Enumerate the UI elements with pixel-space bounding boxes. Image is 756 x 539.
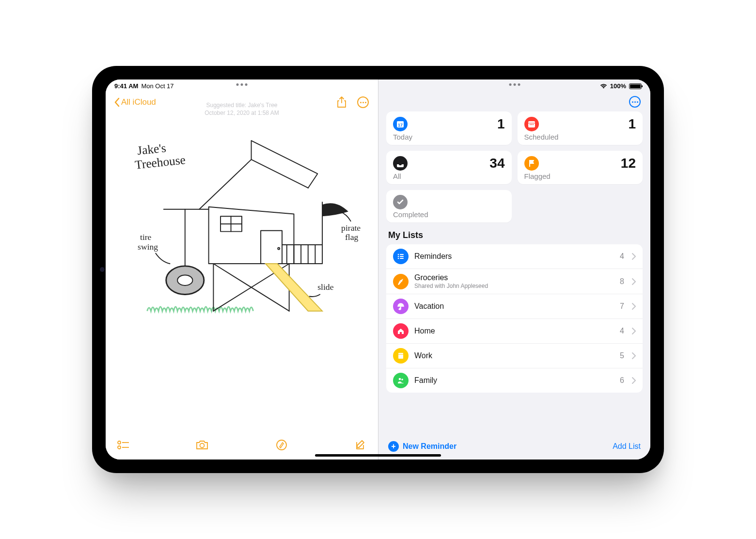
umbrella-icon	[393, 299, 409, 314]
svg-rect-30	[400, 258, 404, 259]
list-name: Work	[414, 351, 614, 360]
list-text: GroceriesShared with John Appleseed	[414, 273, 614, 289]
svg-point-13	[118, 446, 121, 449]
svg-text:17: 17	[398, 123, 403, 127]
list-name: Reminders	[414, 252, 614, 261]
new-reminder-button[interactable]: + New Reminder	[388, 441, 457, 452]
smart-flagged[interactable]: 12 Flagged	[518, 151, 643, 184]
list-text: Vacation	[414, 302, 614, 311]
chevron-right-icon	[632, 328, 636, 334]
people-icon	[393, 373, 409, 388]
plus-circle-icon: +	[388, 441, 399, 452]
smart-today[interactable]: 17 1 Today	[386, 111, 512, 145]
markup-button[interactable]	[275, 438, 288, 452]
svg-rect-26	[400, 254, 404, 255]
list-text: Family	[414, 376, 614, 385]
multitask-control-right[interactable]	[509, 83, 520, 86]
svg-point-3	[177, 275, 192, 285]
home-indicator[interactable]	[315, 454, 441, 457]
svg-text:flag: flag	[345, 232, 359, 242]
svg-point-11	[118, 441, 121, 444]
svg-text:tire: tire	[140, 232, 152, 242]
svg-point-23	[531, 124, 532, 125]
new-reminder-label: New Reminder	[403, 442, 457, 451]
list-row[interactable]: Home4	[386, 319, 643, 344]
svg-point-34	[401, 379, 403, 380]
list-count: 4	[620, 252, 624, 261]
battery-percent: 100%	[610, 82, 626, 90]
list-row[interactable]: Vacation7	[386, 294, 643, 319]
svg-point-0	[278, 248, 280, 250]
battery-icon	[629, 83, 642, 89]
compose-icon	[355, 439, 366, 451]
checkmark-icon	[393, 195, 408, 209]
flagged-count: 12	[621, 156, 636, 171]
svg-rect-31	[398, 353, 403, 359]
status-date: Mon Oct 17	[141, 82, 173, 90]
smart-all[interactable]: 34 All	[386, 151, 512, 184]
note-drawing-area[interactable]: .ink{stroke:#222;stroke-width:2;fill:non…	[106, 117, 378, 433]
all-count: 34	[489, 156, 504, 171]
list-row[interactable]: GroceriesShared with John Appleseed8	[386, 269, 643, 294]
ipad-frame: 9:41 AM Mon Oct 17 100% All iCloud	[92, 66, 664, 473]
checklist-icon	[117, 440, 129, 450]
smart-completed[interactable]: Completed	[386, 190, 512, 222]
today-label: Today	[393, 133, 505, 141]
multitask-control-left[interactable]	[236, 83, 248, 86]
my-lists-card: Reminders4GroceriesShared with John Appl…	[386, 244, 643, 393]
note-metadata: Suggested title: Jake's Tree October 12,…	[106, 102, 378, 117]
tray-icon	[393, 156, 408, 171]
camera-icon	[196, 440, 208, 450]
svg-point-25	[398, 254, 399, 255]
list-name: Home	[414, 327, 614, 335]
svg-text:slide: slide	[317, 282, 333, 292]
chevron-right-icon	[632, 253, 636, 260]
list-row[interactable]: Family6	[386, 368, 643, 393]
ellipsis-circle-icon	[629, 96, 641, 108]
svg-text:swing: swing	[138, 242, 158, 252]
today-count: 1	[497, 116, 505, 132]
all-label: All	[393, 172, 505, 180]
svg-point-15	[200, 444, 205, 448]
smart-scheduled[interactable]: 1 Scheduled	[518, 111, 643, 145]
reminders-app: 17 1 Today 1 Scheduled	[378, 79, 650, 460]
calendar-icon	[524, 117, 539, 131]
svg-point-33	[399, 378, 401, 380]
reminders-more-button[interactable]	[629, 96, 641, 108]
book-icon	[393, 348, 409, 364]
chevron-right-icon	[632, 377, 636, 384]
list-count: 6	[620, 376, 624, 385]
chevron-right-icon	[632, 352, 636, 359]
camera-button[interactable]	[195, 438, 209, 452]
list-count: 5	[620, 351, 624, 360]
list-row[interactable]: Work5	[386, 344, 643, 368]
add-list-button[interactable]: Add List	[613, 442, 641, 451]
notes-app: All iCloud Suggested title: Jake's Tree …	[106, 79, 378, 460]
status-time: 9:41 AM	[114, 82, 138, 90]
home-icon	[393, 323, 409, 339]
camera-dot	[100, 267, 105, 272]
list-count: 7	[620, 302, 624, 311]
carrot-icon	[393, 274, 409, 289]
list-subtext: Shared with John Appleseed	[414, 283, 614, 289]
list-row[interactable]: Reminders4	[386, 244, 643, 269]
scheduled-count: 1	[628, 116, 636, 132]
list-text: Home	[414, 327, 614, 335]
svg-point-16	[277, 440, 286, 450]
list-icon	[393, 249, 409, 264]
wifi-icon	[600, 83, 607, 89]
compose-button[interactable]	[354, 438, 367, 452]
svg-point-22	[530, 124, 531, 125]
list-text: Reminders	[414, 252, 614, 261]
list-name: Groceries	[414, 273, 614, 282]
checklist-button[interactable]	[116, 438, 130, 452]
flagged-label: Flagged	[524, 172, 636, 180]
completed-label: Completed	[393, 210, 505, 219]
chevron-right-icon	[632, 303, 636, 310]
markup-pen-icon	[276, 439, 287, 451]
svg-rect-28	[400, 256, 404, 257]
svg-point-27	[398, 256, 399, 257]
smart-lists-grid: 17 1 Today 1 Scheduled	[378, 111, 650, 222]
status-bar: 9:41 AM Mon Oct 17 100%	[114, 82, 642, 90]
screen: 9:41 AM Mon Oct 17 100% All iCloud	[106, 79, 650, 460]
